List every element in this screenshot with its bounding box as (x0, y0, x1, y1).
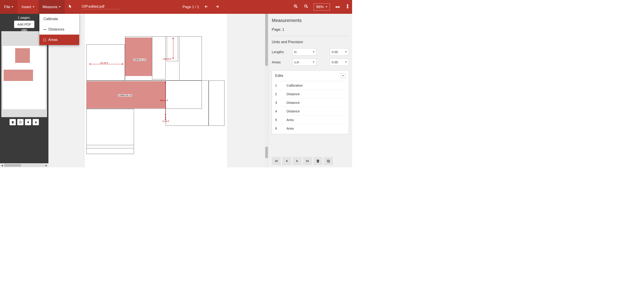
zoom-in-icon (294, 4, 298, 8)
last-edit-button[interactable] (303, 157, 312, 165)
area-label-1: 70600.11 s.ft (134, 58, 146, 61)
caret-down-icon (313, 51, 314, 52)
delete-page-button[interactable] (10, 119, 16, 125)
fit-width-icon (335, 6, 340, 8)
menu-measure-label: Measure (42, 5, 58, 9)
svg-rect-7 (327, 160, 329, 162)
calibration-label: =300.00 ft (162, 58, 171, 60)
areas-precision-select[interactable]: 0.00 (330, 58, 349, 66)
cursor-icon (69, 4, 72, 8)
copy-edit-button[interactable] (324, 157, 333, 165)
floorplan: 70600.11 s.ft 129862.06 s.ft 241.66 ft =… (86, 36, 226, 163)
delete-edit-button[interactable] (314, 157, 322, 165)
menu-file-label: File (4, 5, 10, 9)
distance-3[interactable] (166, 116, 166, 120)
move-down-button[interactable] (25, 119, 31, 125)
edit-row[interactable]: 5Area (275, 115, 346, 124)
caret-down-icon (59, 6, 61, 7)
distance-label-3: 13.26 ft (162, 120, 169, 122)
arrow-down-icon (27, 121, 30, 124)
fit-width-button[interactable] (332, 4, 343, 9)
lengths-label: Lengths (272, 50, 288, 54)
copy-icon (326, 159, 330, 163)
edits-nav-bar (272, 157, 333, 165)
svg-line-5 (306, 7, 308, 8)
menu-measure[interactable]: Measure (38, 0, 65, 14)
area-label-2: 129862.06 s.ft (118, 94, 132, 97)
measurements-panel: Measurements Page: 1 Units and Precision… (268, 14, 352, 167)
zoom-level-select[interactable]: 96% (314, 3, 330, 11)
menu-insert[interactable]: Insert (18, 0, 38, 14)
add-pdf-button[interactable]: Add PDF (14, 20, 34, 28)
edit-number: 1 (275, 83, 286, 87)
next-edit-button[interactable] (292, 157, 302, 165)
menu-insert-label: Insert (22, 5, 31, 9)
edit-type: Calibration (286, 83, 303, 87)
skip-first-icon (274, 159, 278, 163)
edit-type: Distance (286, 101, 300, 104)
arrow-up-icon (34, 121, 37, 124)
fit-height-button[interactable] (343, 4, 352, 10)
edits-title: Edits (275, 74, 283, 78)
caret-down-icon (12, 6, 13, 7)
edit-row[interactable]: 3Distance (275, 98, 346, 107)
caret-down-icon (345, 51, 347, 52)
edit-type: Distance (286, 109, 300, 113)
lengths-precision-select[interactable]: 0.00 (330, 48, 349, 56)
zoom-out-button[interactable] (301, 4, 311, 9)
top-toolbar: File Insert Measure OIP.edited.pdf Page … (0, 0, 352, 14)
panel-page-label: Page: 1 (272, 27, 349, 32)
distance-2[interactable] (166, 82, 166, 116)
skip-last-icon (306, 159, 309, 163)
edit-type: Area (286, 118, 294, 122)
lengths-precision-value: 0.00 (332, 50, 338, 54)
next-page-button[interactable] (212, 4, 223, 9)
scroll-right-button[interactable]: ▶ (44, 163, 48, 167)
page-indicator: Page 1 / 1 (182, 5, 199, 9)
area-overlay-1[interactable] (125, 37, 152, 76)
lengths-unit-select[interactable]: in (292, 48, 316, 56)
caret-down-icon (345, 61, 347, 63)
sidebar-hscroll[interactable]: ◀ ▶ (0, 163, 48, 167)
prev-edit-button[interactable] (282, 157, 291, 165)
move-up-button[interactable] (32, 119, 39, 125)
distance-1[interactable] (89, 64, 124, 64)
caret-down-icon (313, 61, 314, 63)
edit-number: 3 (275, 101, 286, 104)
zoom-in-button[interactable] (290, 4, 301, 9)
dropdown-areas[interactable]: Areas (39, 35, 79, 45)
prev-page-button[interactable] (201, 4, 212, 9)
menu-file[interactable]: File (0, 0, 18, 14)
rotate-page-button[interactable] (17, 119, 24, 125)
caret-down-icon (32, 6, 34, 7)
scroll-left-button[interactable]: ◀ (0, 163, 4, 167)
canvas-vscroll[interactable] (265, 14, 268, 167)
pointer-tool[interactable] (65, 4, 76, 9)
caret-down-icon (326, 6, 328, 7)
edit-number: 5 (275, 118, 286, 122)
calibrate-label: Calibrate (44, 17, 58, 21)
pdf-page: 70600.11 s.ft 129862.06 s.ft 241.66 ft =… (85, 14, 227, 167)
edit-type: Area (286, 126, 294, 130)
panel-title: Measurements (272, 18, 349, 23)
distance-label-2: 300.01 ft (160, 99, 168, 102)
zoom-out-icon (304, 4, 308, 8)
trash-icon (316, 159, 320, 163)
rotate-icon (19, 121, 22, 124)
dropdown-calibrate[interactable]: Calibrate (39, 14, 79, 24)
edit-row[interactable]: 4Distance (275, 107, 346, 115)
calibration-line[interactable] (173, 37, 173, 59)
filename-field[interactable]: OIP.edited.pdf (82, 4, 120, 9)
areas-unit-value: s.in (294, 60, 299, 64)
edit-row[interactable]: 1Calibration (275, 81, 346, 90)
collapse-edits-button[interactable]: − (340, 73, 346, 78)
edit-row[interactable]: 6Area (275, 124, 346, 133)
step-back-icon (285, 159, 288, 163)
canvas-area[interactable]: 70600.11 s.ft 129862.06 s.ft 241.66 ft =… (48, 14, 268, 167)
edit-row[interactable]: 2Distance (275, 90, 346, 98)
edit-number: 6 (275, 126, 286, 130)
areas-unit-select[interactable]: s.in (292, 58, 316, 66)
square-icon (44, 39, 46, 41)
first-edit-button[interactable] (272, 157, 281, 165)
dropdown-distances[interactable]: Distances (39, 24, 79, 35)
